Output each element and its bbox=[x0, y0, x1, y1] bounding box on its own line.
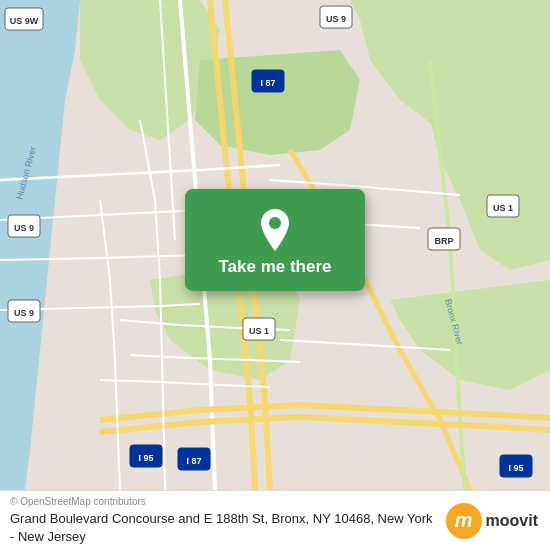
bottom-bar: © OpenStreetMap contributors Grand Boule… bbox=[0, 490, 550, 550]
svg-text:US 9W: US 9W bbox=[10, 16, 39, 26]
svg-text:US 1: US 1 bbox=[249, 326, 269, 336]
svg-text:US 9: US 9 bbox=[14, 223, 34, 233]
moovit-text: moovit bbox=[486, 512, 538, 530]
svg-text:BRP: BRP bbox=[434, 236, 453, 246]
take-me-there-button[interactable]: Take me there bbox=[185, 189, 365, 291]
svg-text:I 87: I 87 bbox=[186, 456, 201, 466]
osm-credit: © OpenStreetMap contributors bbox=[10, 496, 436, 507]
address-section: © OpenStreetMap contributors Grand Boule… bbox=[10, 496, 436, 545]
button-label: Take me there bbox=[218, 257, 331, 277]
svg-text:I 95: I 95 bbox=[508, 463, 523, 473]
moovit-logo[interactable]: m moovit bbox=[446, 503, 538, 539]
map-container: US 9W US 9 I 87 US 9 US 9 US 1 US 1 BRP … bbox=[0, 0, 550, 490]
svg-text:US 1: US 1 bbox=[493, 203, 513, 213]
svg-text:I 87: I 87 bbox=[260, 78, 275, 88]
button-overlay: Take me there bbox=[185, 189, 365, 291]
osm-credit-text: © OpenStreetMap contributors bbox=[10, 496, 146, 507]
moovit-m-icon: m bbox=[446, 503, 482, 539]
address-text: Grand Boulevard Concourse and E 188th St… bbox=[10, 510, 436, 545]
svg-point-25 bbox=[269, 217, 281, 229]
location-pin-icon bbox=[256, 207, 294, 251]
svg-text:US 9: US 9 bbox=[14, 308, 34, 318]
svg-text:I 95: I 95 bbox=[138, 453, 153, 463]
svg-text:US 9: US 9 bbox=[326, 14, 346, 24]
